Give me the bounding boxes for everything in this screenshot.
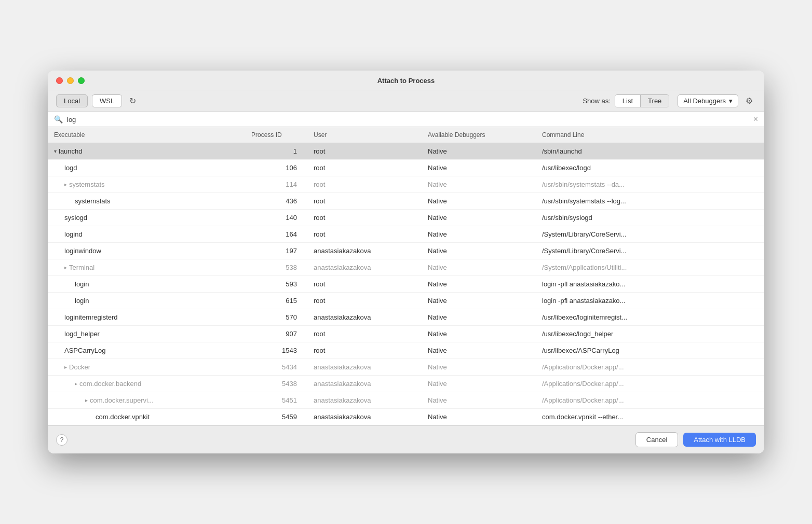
available-debuggers: Native (422, 161, 536, 174)
cancel-button[interactable]: Cancel (635, 432, 678, 447)
table-row[interactable]: login615rootNativelogin -pfl anastasiaka… (48, 293, 764, 309)
help-button[interactable]: ? (56, 434, 67, 446)
table-row[interactable]: logind164rootNative/System/Library/CoreS… (48, 226, 764, 243)
available-debuggers: Native (422, 145, 536, 158)
command-line: /System/Library/CoreServi... (536, 244, 764, 257)
user: root (307, 195, 422, 208)
user: anastasiakazakova (307, 361, 422, 374)
attach-to-process-dialog: Attach to Process Local WSL ↻ Show as: L… (48, 71, 764, 453)
chevron-icon[interactable]: ▾ (54, 148, 57, 154)
executable-name: Docker (69, 363, 90, 371)
available-debuggers: Native (422, 228, 536, 241)
chevron-down-icon: ▾ (729, 97, 733, 105)
title-bar: Attach to Process (48, 71, 764, 90)
executable-name: ASPCarryLog (64, 347, 105, 354)
maximize-button[interactable] (78, 77, 85, 84)
command-line: /usr/sbin/syslogd (536, 211, 764, 224)
command-line: login -pfl anastasiakazako... (536, 278, 764, 291)
table-row[interactable]: syslogd140rootNative/usr/sbin/syslogd (48, 210, 764, 226)
available-debuggers: Native (422, 377, 536, 390)
table-row[interactable]: loginitemregisterd570anastasiakazakovaNa… (48, 309, 764, 326)
table-header: Executable Process ID User Available Deb… (48, 127, 764, 143)
available-debuggers: Native (422, 278, 536, 291)
search-clear-button[interactable]: × (753, 115, 758, 123)
footer: ? Cancel Attach with LLDB (48, 425, 764, 453)
available-debuggers: Native (422, 195, 536, 208)
command-line: /System/Library/CoreServi... (536, 228, 764, 241)
available-debuggers: Native (422, 261, 536, 274)
table-row[interactable]: ▸com.docker.supervi...5451anastasiakazak… (48, 392, 764, 409)
show-as-group: List Tree (615, 94, 669, 107)
executable-name: com.docker.supervi... (90, 396, 154, 404)
command-line: com.docker.vpnkit --ether... (536, 410, 764, 423)
close-button[interactable] (56, 77, 63, 84)
user: root (307, 228, 422, 241)
wsl-button[interactable]: WSL (92, 94, 122, 107)
search-bar: 🔍 × (48, 112, 764, 127)
table-row[interactable]: ▾launchd1rootNative/sbin/launchd (48, 143, 764, 160)
command-line: /usr/libexec/logd_helper (536, 327, 764, 340)
settings-button[interactable]: ⚙ (742, 95, 756, 107)
search-input[interactable] (67, 116, 749, 123)
available-debuggers: Native (422, 211, 536, 224)
command-line: /usr/libexec/logd (536, 161, 764, 174)
user: anastasiakazakova (307, 410, 422, 423)
table-row[interactable]: loginwindow197anastasiakazakovaNative/Sy… (48, 243, 764, 259)
minimize-button[interactable] (67, 77, 74, 84)
process-id: 570 (245, 311, 307, 324)
chevron-icon[interactable]: ▸ (64, 364, 67, 370)
table-row[interactable]: ▸Terminal538anastasiakazakovaNative/Syst… (48, 259, 764, 276)
table-row[interactable]: ▸systemstats114rootNative/usr/sbin/syste… (48, 176, 764, 193)
chevron-icon[interactable]: ▸ (64, 182, 67, 187)
user: root (307, 294, 422, 307)
table-row[interactable]: logd106rootNative/usr/libexec/logd (48, 160, 764, 176)
command-line: login -pfl anastasiakazako... (536, 294, 764, 307)
chevron-icon[interactable]: ▸ (85, 397, 88, 403)
show-as-label: Show as: (583, 97, 610, 105)
command-line: /usr/libexec/ASPCarryLog (536, 344, 764, 357)
user: anastasiakazakova (307, 311, 422, 324)
tree-view-button[interactable]: Tree (640, 95, 669, 107)
user: anastasiakazakova (307, 244, 422, 257)
refresh-button[interactable]: ↻ (126, 95, 139, 107)
available-debuggers: Native (422, 361, 536, 374)
debugger-dropdown[interactable]: All Debuggers ▾ (678, 94, 738, 107)
available-debuggers: Native (422, 244, 536, 257)
command-line: /System/Applications/Utiliti... (536, 261, 764, 274)
col-header-cmdline: Command Line (536, 130, 764, 140)
executable-name: systemstats (69, 181, 105, 188)
table-row[interactable]: systemstats436rootNative/usr/sbin/system… (48, 193, 764, 210)
executable-name: syslogd (64, 214, 87, 222)
table-row[interactable]: logd_helper907rootNative/usr/libexec/log… (48, 326, 764, 342)
table-row[interactable]: ▸com.docker.backend5438anastasiakazakova… (48, 376, 764, 392)
user: root (307, 178, 422, 191)
attach-button[interactable]: Attach with LLDB (683, 433, 756, 447)
footer-actions: Cancel Attach with LLDB (635, 432, 756, 447)
chevron-icon[interactable]: ▸ (75, 381, 77, 387)
executable-name: login (75, 280, 89, 288)
user: root (307, 278, 422, 291)
command-line: /sbin/launchd (536, 145, 764, 158)
command-line: /Applications/Docker.app/... (536, 377, 764, 390)
process-id: 907 (245, 327, 307, 340)
table-row[interactable]: com.docker.vpnkit5459anastasiakazakovaNa… (48, 409, 764, 425)
executable-name: com.docker.backend (79, 380, 141, 388)
local-button[interactable]: Local (56, 94, 88, 107)
user: root (307, 161, 422, 174)
executable-name: logind (64, 230, 83, 238)
table-row[interactable]: login593rootNativelogin -pfl anastasiaka… (48, 276, 764, 293)
table-row[interactable]: ASPCarryLog1543rootNative/usr/libexec/AS… (48, 342, 764, 359)
col-header-debuggers: Available Debuggers (422, 130, 536, 140)
col-header-user: User (307, 130, 422, 140)
process-id: 197 (245, 244, 307, 257)
col-header-pid: Process ID (245, 130, 307, 140)
table-row[interactable]: ▸Docker5434anastasiakazakovaNative/Appli… (48, 359, 764, 376)
list-view-button[interactable]: List (615, 95, 640, 107)
process-id: 538 (245, 261, 307, 274)
chevron-icon[interactable]: ▸ (64, 265, 67, 270)
process-id: 114 (245, 178, 307, 191)
search-icon: 🔍 (54, 115, 63, 123)
window-controls (56, 77, 85, 84)
process-id: 106 (245, 161, 307, 174)
executable-name: Terminal (69, 264, 94, 271)
